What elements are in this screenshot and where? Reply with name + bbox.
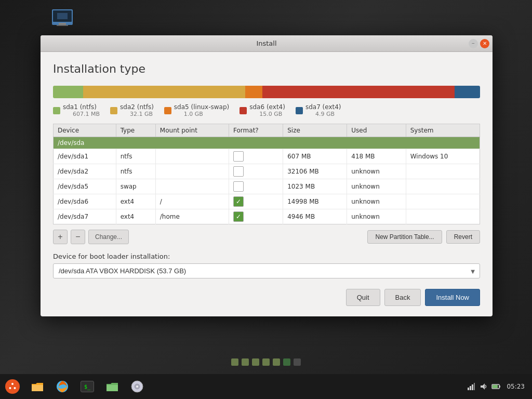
- dvd-icon: [130, 380, 144, 393]
- segment-sda1: [53, 86, 83, 98]
- format-checkbox[interactable]: [233, 181, 244, 192]
- svg-point-2: [14, 387, 16, 389]
- mount-cell: /: [155, 194, 229, 209]
- taskbar-right: 05:23: [466, 381, 532, 392]
- device-cell: /dev/sda2: [54, 164, 116, 179]
- used-cell: 418 MB: [347, 149, 406, 164]
- legend-size-sda1: 607.1 MB: [73, 111, 100, 117]
- format-checkbox-checked[interactable]: ✓: [233, 196, 244, 207]
- terminal-button[interactable]: $_: [75, 374, 100, 399]
- type-cell: ntfs: [116, 164, 155, 179]
- format-checkbox-checked[interactable]: ✓: [233, 211, 244, 222]
- new-partition-table-button[interactable]: New Partition Table...: [367, 230, 442, 244]
- col-type: Type: [116, 124, 155, 137]
- size-cell: 14998 MB: [283, 194, 347, 209]
- progress-dot-4: [262, 358, 270, 366]
- segment-sda2: [83, 86, 245, 98]
- type-cell: ntfs: [116, 149, 155, 164]
- legend-sda1: sda1 (ntfs) 607.1 MB: [53, 103, 100, 117]
- legend-color-sda7: [296, 107, 303, 114]
- progress-dot-1: [231, 358, 238, 366]
- col-size: Size: [283, 124, 347, 137]
- table-row[interactable]: /dev/sda7 ext4 /home ✓ 4946 MB unknown: [54, 209, 480, 224]
- system-cell: Windows 10: [406, 149, 480, 164]
- table-row[interactable]: /dev/sda6 ext4 / ✓ 14998 MB unknown: [54, 194, 480, 209]
- ubuntu-logo-icon: [5, 379, 20, 394]
- firefox-icon: [56, 380, 69, 393]
- dvd-button[interactable]: [125, 374, 150, 399]
- table-row[interactable]: /dev/sda5 swap 1023 MB unknown: [54, 179, 480, 194]
- device-cell: /dev/sda5: [54, 179, 116, 194]
- boot-loader-select-wrapper[interactable]: /dev/sda ATA VBOX HARDDISK (53.7 GB): [53, 263, 480, 278]
- legend-color-sda2: [110, 107, 117, 114]
- title-bar: Install − ✕: [41, 35, 493, 52]
- partition-legend: sda1 (ntfs) 607.1 MB sda2 (ntfs) 32.1 GB: [53, 103, 480, 117]
- size-cell: 1023 MB: [283, 179, 347, 194]
- used-cell: unknown: [347, 179, 406, 194]
- size-cell: 32106 MB: [283, 164, 347, 179]
- col-device: Device: [54, 124, 116, 137]
- legend-sda6: sda6 (ext4) 15.0 GB: [240, 103, 285, 117]
- progress-dot-7: [294, 358, 301, 366]
- minimize-button[interactable]: −: [469, 39, 478, 48]
- progress-dot-2: [242, 358, 249, 366]
- progress-dot-3: [252, 358, 259, 366]
- desktop-monitor-icon[interactable]: [52, 9, 73, 27]
- page-title: Installation type: [53, 62, 480, 75]
- format-checkbox[interactable]: [233, 166, 244, 177]
- legend-color-sda6: [240, 107, 247, 114]
- files-button[interactable]: [25, 374, 50, 399]
- partition-bar: [53, 86, 480, 98]
- remove-partition-button[interactable]: −: [71, 230, 85, 244]
- table-row[interactable]: /dev/sda2 ntfs 32106 MB unknown: [54, 164, 480, 179]
- firefox-button[interactable]: [50, 374, 75, 399]
- legend-size-sda2: 32.1 GB: [130, 111, 154, 117]
- quit-button[interactable]: Quit: [346, 289, 380, 306]
- segment-sda6: [262, 86, 455, 98]
- used-cell: unknown: [347, 194, 406, 209]
- svg-point-7: [136, 385, 138, 388]
- svg-rect-14: [499, 385, 500, 388]
- legend-label-sda1: sda1 (ntfs): [63, 103, 97, 111]
- close-button[interactable]: ✕: [480, 39, 489, 48]
- install-now-button[interactable]: Install Now: [425, 289, 480, 306]
- window-controls: − ✕: [469, 39, 489, 48]
- bottom-buttons: Quit Back Install Now: [53, 289, 480, 306]
- system-cell: [406, 179, 480, 194]
- boot-loader-select[interactable]: /dev/sda ATA VBOX HARDDISK (53.7 GB): [53, 263, 480, 278]
- segment-sda7: [455, 86, 480, 98]
- table-row[interactable]: /dev/sda1 ntfs 607 MB 418 MB Windows 10: [54, 149, 480, 164]
- type-cell: ext4: [116, 194, 155, 209]
- svg-point-1: [11, 383, 14, 385]
- disk-row-sda[interactable]: /dev/sda: [54, 137, 480, 149]
- desktop: Install − ✕ Installation type: [0, 0, 532, 399]
- col-system: System: [406, 124, 480, 137]
- boot-loader-section: Device for boot loader installation: /de…: [53, 252, 480, 278]
- revert-button[interactable]: Revert: [446, 230, 480, 244]
- network-tray-icon[interactable]: [466, 381, 476, 392]
- volume-tray-icon[interactable]: [478, 381, 489, 392]
- used-cell: unknown: [347, 209, 406, 224]
- legend-sda2: sda2 (ntfs) 32.1 GB: [110, 103, 154, 117]
- change-partition-button[interactable]: Change...: [88, 230, 129, 244]
- partition-bar-container: sda1 (ntfs) 607.1 MB sda2 (ntfs) 32.1 GB: [53, 86, 480, 117]
- progress-dot-6: [283, 358, 290, 366]
- add-partition-button[interactable]: +: [53, 230, 68, 244]
- taskbar: $_: [0, 374, 532, 399]
- format-checkbox[interactable]: [233, 151, 244, 162]
- ubuntu-logo-button[interactable]: [0, 374, 25, 399]
- battery-tray-icon[interactable]: [491, 381, 501, 392]
- files2-button[interactable]: [100, 374, 125, 399]
- volume-icon: [480, 382, 488, 391]
- back-button[interactable]: Back: [384, 289, 421, 306]
- toolbar-right: New Partition Table... Revert: [367, 230, 480, 244]
- svg-point-3: [9, 387, 11, 389]
- legend-label-sda7: sda7 (ext4): [305, 103, 341, 111]
- device-cell: /dev/sda6: [54, 194, 116, 209]
- progress-dots: [0, 353, 532, 371]
- progress-dot-5: [273, 358, 280, 366]
- mount-cell: /home: [155, 209, 229, 224]
- folder-icon: [31, 381, 44, 392]
- boot-loader-label: Device for boot loader installation:: [53, 252, 480, 260]
- format-cell: [229, 179, 283, 194]
